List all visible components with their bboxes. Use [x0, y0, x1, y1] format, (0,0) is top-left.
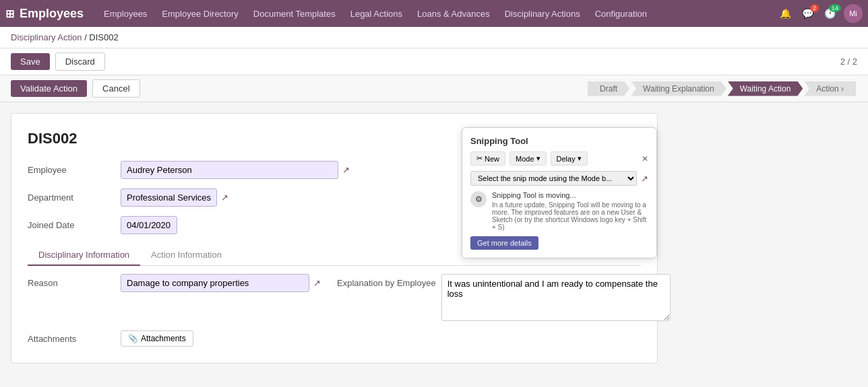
joined-date-field: 04/01/2020: [121, 216, 177, 234]
reason-field: Damage to company properties ↗: [121, 274, 321, 292]
clock-icon[interactable]: 🕐 14: [822, 5, 838, 22]
status-draft: Draft: [588, 81, 629, 96]
status-action: Action ›: [804, 81, 856, 96]
snipping-tool-overlay: Snipping Tool ✂ New Mode ▾ Delay ▾ ✕ S: [462, 127, 657, 258]
chat-badge: 2: [810, 4, 819, 12]
employee-ext-link-icon[interactable]: ↗: [342, 165, 350, 175]
user-avatar[interactable]: Mi: [844, 4, 863, 23]
validate-button[interactable]: Validate Action: [11, 80, 87, 97]
breadcrumb: Disciplinary Action / DIS002: [0, 27, 868, 48]
app-logo[interactable]: ⊞ Employees: [5, 7, 94, 21]
nav-disciplinary-actions[interactable]: Disciplinary Actions: [498, 5, 587, 23]
save-bar: Save Discard 2 / 2: [0, 48, 868, 75]
status-bar: Validate Action Cancel Draft Waiting Exp…: [0, 75, 868, 102]
topnav: ⊞ Employees Employees Employee Directory…: [0, 0, 868, 27]
department-select[interactable]: Professional Services: [121, 188, 217, 207]
employee-field: ↗: [121, 161, 350, 179]
grid-icon: ⊞: [5, 7, 14, 20]
snipping-mode-select[interactable]: Select the snip mode using the Mode b...: [470, 171, 637, 186]
snipping-toolbar: ✂ New Mode ▾ Delay ▾ ✕: [470, 151, 648, 166]
app-title: Employees: [20, 7, 84, 21]
joined-date-select[interactable]: 04/01/2020: [121, 216, 177, 234]
nav-loans-advances[interactable]: Loans & Advances: [410, 5, 497, 23]
snipping-title: Snipping Tool: [470, 136, 648, 146]
attachments-button[interactable]: 📎 Attachments: [121, 330, 193, 347]
status-pipeline: Draft Waiting Explanation Waiting Action…: [588, 81, 857, 96]
delay-chevron-icon: ▾: [578, 154, 582, 163]
notification-icon[interactable]: 🔔: [777, 5, 794, 22]
nav-legal-actions[interactable]: Legal Actions: [344, 5, 409, 23]
snipping-mode-btn[interactable]: Mode ▾: [509, 151, 547, 166]
nav-employees[interactable]: Employees: [97, 5, 154, 23]
joined-date-label: Joined Date: [28, 220, 115, 230]
nav-employee-directory[interactable]: Employee Directory: [155, 5, 245, 23]
snipping-learn-btn[interactable]: Get more details: [470, 236, 538, 250]
discard-button[interactable]: Discard: [55, 52, 105, 71]
topnav-right: 🔔 💬 2 🕐 14 Mi: [777, 4, 863, 23]
record-nav: 2 / 2: [840, 57, 857, 67]
snipping-move-notice: ⚙ Snipping Tool is moving... In a future…: [470, 191, 648, 231]
save-button[interactable]: Save: [11, 53, 50, 70]
department-ext-link-icon[interactable]: ↗: [221, 192, 228, 203]
explanation-textarea[interactable]: It was unintentional and I am ready to c…: [441, 274, 671, 321]
new-icon: ✂: [476, 154, 483, 163]
snipping-delay-btn[interactable]: Delay ▾: [551, 151, 588, 166]
snipping-move-icon: ⚙: [470, 191, 487, 207]
attachments-label: Attachments: [28, 334, 115, 344]
tab-action-info[interactable]: Action Information: [140, 245, 232, 266]
snipping-select-row: Select the snip mode using the Mode b...…: [470, 171, 648, 186]
snipping-ext-link-icon[interactable]: ↗: [641, 174, 648, 184]
department-label: Department: [28, 192, 115, 203]
reason-ext-link-icon[interactable]: ↗: [313, 278, 321, 288]
breadcrumb-current: DIS002: [89, 32, 118, 42]
snipping-move-body: In a future update, Snipping Tool will b…: [492, 201, 648, 231]
snipping-close-icon[interactable]: ✕: [642, 154, 648, 164]
status-waiting-explanation: Waiting Explanation: [631, 81, 726, 96]
employee-input[interactable]: [121, 161, 338, 179]
explanation-label: Explanation by Employee: [337, 274, 436, 288]
reason-row: Reason Damage to company properties ↗ Ex…: [28, 274, 641, 321]
user-initials: Mi: [849, 9, 857, 17]
mode-chevron-icon: ▾: [536, 154, 540, 163]
cancel-action-button[interactable]: Cancel: [92, 79, 140, 98]
attachments-row: Attachments 📎 Attachments: [28, 330, 641, 347]
reason-select[interactable]: Damage to company properties: [121, 274, 309, 292]
snipping-new-btn[interactable]: ✂ New: [470, 151, 505, 166]
breadcrumb-parent[interactable]: Disciplinary Action: [11, 32, 82, 42]
department-field: Professional Services ↗: [121, 188, 228, 207]
clock-badge: 14: [829, 4, 841, 12]
snipping-move-title: Snipping Tool is moving...: [492, 191, 648, 199]
reason-label: Reason: [28, 278, 115, 288]
chat-icon[interactable]: 💬 2: [799, 5, 816, 22]
explanation-right: Explanation by Employee It was unintenti…: [337, 274, 671, 321]
attachments-btn-label: Attachments: [141, 334, 186, 343]
form-card: DIS002 Employee ↗ Department Professiona…: [11, 113, 658, 363]
employee-label: Employee: [28, 165, 115, 175]
reason-left: Reason Damage to company properties ↗: [28, 274, 321, 292]
nav-document-templates[interactable]: Document Templates: [247, 5, 342, 23]
paperclip-icon: 📎: [128, 334, 138, 343]
snipping-move-content: Snipping Tool is moving... In a future u…: [492, 191, 648, 231]
status-waiting-action: Waiting Action: [728, 81, 803, 96]
main-content: DIS002 Employee ↗ Department Professiona…: [0, 102, 868, 374]
tab-disciplinary-info[interactable]: Disciplinary Information: [28, 245, 140, 266]
nav-configuration[interactable]: Configuration: [588, 5, 654, 23]
topnav-menu: Employees Employee Directory Document Te…: [97, 5, 774, 23]
